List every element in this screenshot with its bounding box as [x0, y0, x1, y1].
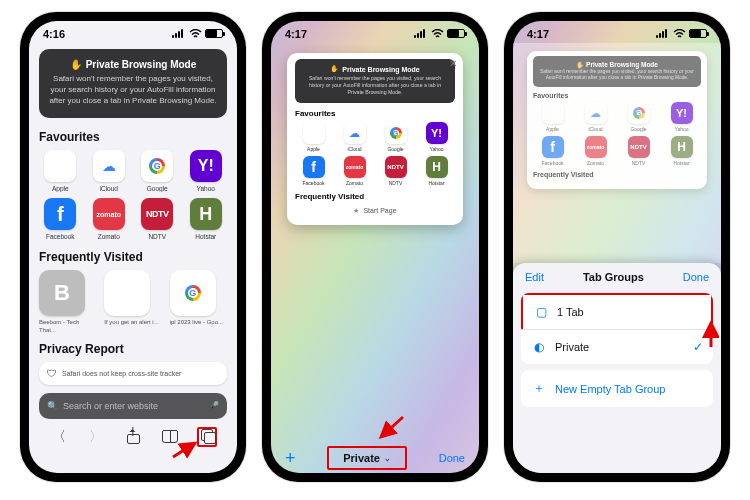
favourites-grid: Apple ☁︎iCloud Google Y!Yahoo fFacebook …	[295, 122, 455, 186]
screen-3: 4:17 ✋Private Browsing Mode Safari won't…	[513, 21, 721, 473]
signal-icon	[656, 29, 670, 38]
tab-group-selector[interactable]: Private ⌄	[327, 446, 407, 470]
chevron-down-icon: ⌄	[384, 454, 391, 463]
frequently-visited-grid: BBeebom - Tech That... If you get an ale…	[39, 270, 227, 333]
signal-icon	[172, 29, 186, 38]
fav-icloud[interactable]: ☁︎iCloud	[88, 150, 131, 192]
close-tab-button[interactable]: ✕	[449, 58, 457, 69]
done-button[interactable]: Done	[683, 271, 709, 283]
sheet-header: Edit Tab Groups Done	[513, 263, 721, 289]
fav-zomato[interactable]: zomatoZomato	[88, 198, 131, 240]
status-time: 4:16	[43, 28, 65, 40]
visited-apple-alert[interactable]: If you get an alert i...	[104, 270, 161, 333]
signal-icon	[414, 29, 428, 38]
status-indicators	[656, 29, 707, 39]
tab-groups-list: ▢ 1 Tab ◐ Private ✓	[521, 293, 713, 364]
edit-button[interactable]: Edit	[525, 271, 544, 283]
fav-google: Google	[377, 122, 414, 152]
fav-zomato: zomatoZomato	[336, 156, 373, 186]
tab-view: ✕ ✋Private Browsing Mode Safari won't re…	[271, 43, 479, 473]
fav-facebook[interactable]: fFacebook	[39, 198, 82, 240]
wifi-icon	[431, 29, 444, 39]
fav-hotstar[interactable]: HHotstar	[185, 198, 228, 240]
tab-group-private[interactable]: ◐ Private ✓	[521, 330, 713, 364]
status-indicators	[172, 29, 223, 39]
battery-icon	[689, 29, 707, 38]
status-bar: 4:17	[513, 21, 721, 43]
search-placeholder: Search or enter website	[63, 401, 158, 411]
forward-button[interactable]: 〉	[86, 427, 106, 447]
new-tab-button[interactable]: +	[285, 448, 296, 469]
favourites-heading: Favourites	[295, 109, 455, 118]
search-icon: 🔍	[47, 401, 58, 411]
private-browsing-banner: ✋Private Browsing Mode Safari won't reme…	[295, 59, 455, 103]
shield-icon: 🛡︎	[47, 368, 57, 379]
fav-yahoo: Y!Yahoo	[418, 122, 455, 152]
hand-icon: ✋	[330, 65, 339, 73]
sheet-title: Tab Groups	[583, 271, 644, 283]
phone-1: 4:16 ✋Private Browsing Mode Safari won't…	[20, 12, 246, 482]
google-icon	[185, 285, 201, 301]
screen-2: 4:17 ✕ ✋Private Browsing Mode Safari won…	[271, 21, 479, 473]
phone-3: 4:17 ✋Private Browsing Mode Safari won't…	[504, 12, 730, 482]
privacy-report-heading: Privacy Report	[39, 342, 227, 356]
fav-icloud: ☁︎iCloud	[336, 122, 373, 152]
private-browsing-banner: ✋Private Browsing Mode Safari won't reme…	[39, 49, 227, 118]
visited-ipl[interactable]: ipl 2023 live - Goo...	[170, 270, 227, 333]
fav-ndtv[interactable]: NDTVNDTV	[136, 198, 179, 240]
fav-yahoo[interactable]: Y!Yahoo	[185, 150, 228, 192]
status-bar: 4:17	[271, 21, 479, 43]
private-icon: ◐	[531, 340, 547, 354]
status-indicators	[414, 29, 465, 39]
favourites-heading: Favourites	[39, 130, 227, 144]
row-label: New Empty Tab Group	[555, 383, 665, 395]
banner-message: Safari won't remember the pages you visi…	[49, 74, 217, 106]
favourites-grid: Apple ☁︎iCloud Google Y!Yahoo fFacebook …	[39, 150, 227, 240]
privacy-card-text: Safari does not keep cross-site tracker	[62, 370, 181, 377]
fav-apple[interactable]: Apple	[39, 150, 82, 192]
done-button[interactable]: Done	[439, 452, 465, 464]
frequently-visited-heading: Frequently Visited	[295, 192, 455, 201]
fav-hotstar: HHotstar	[418, 156, 455, 186]
tabs-icon: ▢	[533, 305, 549, 319]
tab-view-toolbar: + Private ⌄ Done	[271, 443, 479, 473]
back-button[interactable]: 〈	[49, 427, 69, 447]
tab-title: Start Page	[295, 207, 455, 215]
new-tab-group-button[interactable]: ＋ New Empty Tab Group	[521, 370, 713, 407]
screen-1: 4:16 ✋Private Browsing Mode Safari won't…	[29, 21, 237, 473]
fav-apple: Apple	[295, 122, 332, 152]
banner-message: Safari won't remember the pages you visi…	[301, 75, 449, 95]
status-bar: 4:16	[29, 21, 237, 43]
mic-icon[interactable]: 🎤	[208, 401, 219, 411]
banner-title: Private Browsing Mode	[342, 66, 419, 73]
address-bar[interactable]: 🔍 Search or enter website 🎤	[39, 393, 227, 419]
tab-group-label: Private	[343, 452, 380, 464]
annotation-arrow	[699, 319, 719, 349]
row-label: 1 Tab	[557, 306, 584, 318]
privacy-report-card[interactable]: 🛡︎ Safari does not keep cross-site track…	[39, 362, 227, 385]
wifi-icon	[189, 29, 202, 39]
fav-google[interactable]: Google	[136, 150, 179, 192]
row-label: Private	[555, 341, 589, 353]
visited-beebom[interactable]: BBeebom - Tech That...	[39, 270, 96, 333]
tab-groups-view: ✋Private Browsing Mode Safari won't reme…	[513, 43, 721, 473]
share-button[interactable]	[123, 427, 143, 447]
plus-icon: ＋	[531, 380, 547, 397]
status-time: 4:17	[527, 28, 549, 40]
tab-thumbnail[interactable]: ✕ ✋Private Browsing Mode Safari won't re…	[287, 53, 463, 225]
start-page-content: ✋Private Browsing Mode Safari won't reme…	[29, 43, 237, 473]
wifi-icon	[673, 29, 686, 39]
dim-overlay	[513, 43, 721, 263]
fav-facebook: fFacebook	[295, 156, 332, 186]
google-icon	[149, 158, 165, 174]
tabs-icon	[201, 429, 213, 445]
phone-2: 4:17 ✕ ✋Private Browsing Mode Safari won…	[262, 12, 488, 482]
tab-groups-new-list: ＋ New Empty Tab Group	[521, 370, 713, 407]
frequently-visited-heading: Frequently Visited	[39, 250, 227, 264]
tab-groups-sheet: Edit Tab Groups Done ▢ 1 Tab ◐ Private ✓	[513, 263, 721, 473]
annotation-arrow	[377, 415, 407, 441]
battery-icon	[447, 29, 465, 38]
tab-group-1-tab[interactable]: ▢ 1 Tab	[521, 293, 713, 330]
fav-ndtv: NDTVNDTV	[377, 156, 414, 186]
hand-icon: ✋	[70, 59, 82, 70]
